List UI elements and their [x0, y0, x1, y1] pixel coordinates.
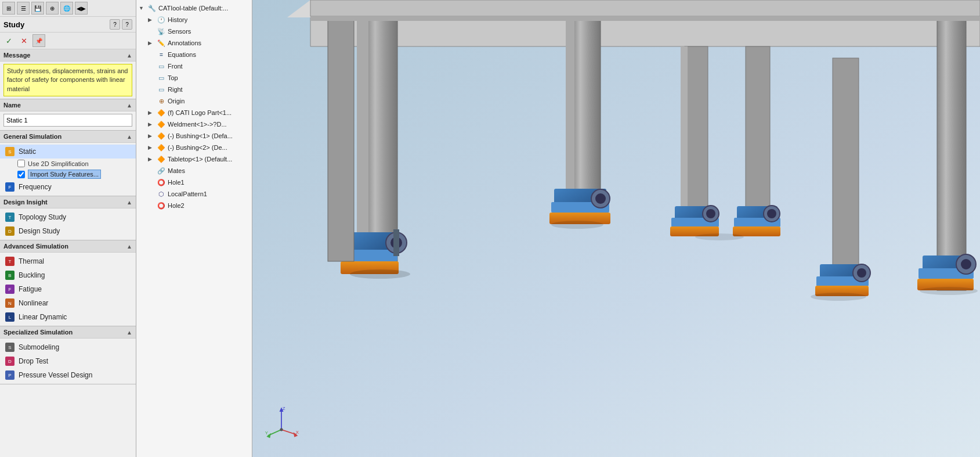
- crosshair-icon[interactable]: ⊕: [46, 2, 59, 15]
- tree-item-cati-logo[interactable]: ▶ 🔶 (f) CATI Logo Part<1...: [136, 107, 252, 118]
- sidebar-item-frequency[interactable]: F Frequency: [0, 180, 136, 194]
- advanced-simulation-section: Advanced Simulation ▲ T Thermal B Buckli…: [0, 240, 136, 326]
- localpattern1-label: LocalPattern1: [168, 190, 207, 197]
- save-icon[interactable]: 💾: [31, 2, 44, 15]
- bushing2-label: (-) Bushing<2> (De...: [168, 144, 227, 151]
- sidebar-item-buckling[interactable]: B Buckling: [0, 268, 136, 282]
- message-text: Study stresses, displacements, strains a…: [7, 67, 128, 92]
- annotations-expand-icon: ▶: [148, 40, 155, 46]
- sidebar-item-fatigue[interactable]: F Fatigue: [0, 282, 136, 296]
- root-label: CATIool-table (Default:...: [158, 5, 228, 12]
- tree-item-origin[interactable]: ⊕ Origin: [136, 95, 252, 107]
- name-section-header[interactable]: Name ▲: [0, 99, 136, 111]
- svg-point-50: [920, 287, 978, 295]
- svg-point-49: [811, 293, 866, 301]
- sidebar-item-design-study[interactable]: D Design Study: [0, 224, 136, 238]
- globe-icon[interactable]: 🌐: [60, 2, 73, 15]
- svg-rect-13: [566, 0, 574, 215]
- name-field-container: [0, 111, 136, 130]
- use2d-row[interactable]: Use 2D Simplification: [0, 159, 136, 168]
- use2d-checkbox[interactable]: [17, 160, 25, 167]
- sidebar-item-submodeling[interactable]: S Submodeling: [0, 340, 136, 354]
- help-button-2[interactable]: ?: [122, 19, 132, 30]
- advanced-simulation-items: T Thermal B Buckling F Fatigue N: [0, 253, 136, 326]
- submodeling-icon: S: [5, 342, 15, 352]
- frequency-icon: F: [5, 182, 15, 192]
- sidebar-item-pressure-vessel[interactable]: P Pressure Vessel Design: [0, 368, 136, 382]
- import-study-row[interactable]: Import Study Features...: [0, 168, 136, 180]
- cancel-button[interactable]: ✕: [17, 34, 30, 47]
- tree-item-tabletop[interactable]: ▶ 🔶 Tabletop<1> (Default...: [136, 153, 252, 165]
- tree-item-hole2[interactable]: ⭕ Hole2: [136, 200, 252, 211]
- tree-item-weldment[interactable]: ▶ 🔶 Weldment<1>->?D...: [136, 118, 252, 130]
- use2d-label: Use 2D Simplification: [28, 160, 89, 167]
- sensors-icon: 📡: [157, 27, 166, 36]
- bushing1-icon: 🔶: [157, 131, 166, 141]
- specialized-simulation-header[interactable]: Specialized Simulation ▲: [0, 326, 136, 339]
- sensors-label: Sensors: [168, 28, 191, 35]
- design-insight-collapse-icon: ▲: [126, 199, 132, 206]
- tree-item-hole1[interactable]: ⭕ Hole1: [136, 177, 252, 188]
- bushing2-icon: 🔶: [157, 143, 166, 152]
- import-study-label: Import Study Features...: [28, 170, 101, 179]
- name-section: Name ▲: [0, 99, 136, 131]
- origin-icon: ⊕: [157, 96, 166, 106]
- sidebar-item-static[interactable]: S Static: [0, 145, 136, 159]
- sidebar-item-nonlinear[interactable]: N Nonlinear: [0, 296, 136, 310]
- sidebar-item-drop-test[interactable]: D Drop Test: [0, 354, 136, 368]
- tree-item-bushing2[interactable]: ▶ 🔶 (-) Bushing<2> (De...: [136, 142, 252, 153]
- grid-icon[interactable]: ⊞: [2, 2, 15, 15]
- design-insight-header[interactable]: Design Insight ▲: [0, 196, 136, 208]
- svg-text:Z: Z: [283, 406, 285, 411]
- tree-item-front[interactable]: ▭ Front: [136, 60, 252, 72]
- hole2-icon: ⭕: [157, 201, 166, 210]
- hole1-icon: ⭕: [157, 178, 166, 187]
- general-simulation-header[interactable]: General Simulation ▲: [0, 131, 136, 143]
- weldment-expand-icon: ▶: [148, 121, 155, 127]
- svg-rect-44: [310, 0, 980, 16]
- fatigue-icon: F: [5, 284, 15, 294]
- design-study-icon: D: [5, 226, 15, 236]
- study-title: Study: [3, 20, 24, 29]
- name-input[interactable]: [3, 114, 132, 127]
- message-section-title: Message: [3, 52, 30, 59]
- name-collapse-icon: ▲: [126, 102, 132, 109]
- svg-point-25: [706, 209, 715, 218]
- topology-icon: T: [5, 212, 15, 222]
- svg-point-43: [857, 268, 866, 278]
- equations-label: Equations: [168, 51, 196, 58]
- general-collapse-icon: ▲: [126, 134, 132, 140]
- pin-button[interactable]: 📌: [32, 34, 45, 47]
- tree-item-mates[interactable]: 🔗 Mates: [136, 165, 252, 177]
- message-section-header[interactable]: Message ▲: [0, 49, 136, 62]
- tree-item-sensors[interactable]: 📡 Sensors: [136, 26, 252, 37]
- svg-rect-12: [572, 0, 601, 215]
- svg-rect-45: [310, 16, 980, 21]
- arrow-icon[interactable]: ◀▶: [75, 2, 88, 15]
- tree-item-annotations[interactable]: ▶ ✏️ Annotations: [136, 37, 252, 49]
- buckling-icon: B: [5, 270, 15, 280]
- design-insight-items: T Topology Study D Design Study: [0, 208, 136, 240]
- tree-item-right[interactable]: ▭ Right: [136, 84, 252, 95]
- help-button-1[interactable]: ?: [110, 19, 120, 30]
- name-section-title: Name: [3, 102, 21, 109]
- tree-item-root[interactable]: ▼ 🔧 CATIool-table (Default:...: [136, 2, 252, 14]
- viewport[interactable]: Z X Y: [252, 0, 980, 457]
- list-icon[interactable]: ☰: [17, 2, 30, 15]
- tree-item-top[interactable]: ▭ Top: [136, 72, 252, 84]
- sidebar-item-linear-dynamic[interactable]: L Linear Dynamic: [0, 310, 136, 324]
- tree-item-bushing1[interactable]: ▶ 🔶 (-) Bushing<1> (Defa...: [136, 130, 252, 142]
- advanced-simulation-header[interactable]: Advanced Simulation ▲: [0, 240, 136, 253]
- tree-item-equations[interactable]: = Equations: [136, 49, 252, 60]
- tree-item-localpattern1[interactable]: ⬡ LocalPattern1: [136, 188, 252, 200]
- buckling-label: Buckling: [19, 271, 45, 279]
- import-study-checkbox[interactable]: [17, 171, 25, 178]
- cati-logo-label: (f) CATI Logo Part<1...: [168, 109, 232, 116]
- ok-button[interactable]: ✓: [2, 34, 15, 47]
- top-toolbar: ⊞ ☰ 💾 ⊕ 🌐 ◀▶: [0, 0, 136, 17]
- sidebar-item-topology[interactable]: T Topology Study: [0, 210, 136, 224]
- sidebar-item-thermal[interactable]: T Thermal: [0, 254, 136, 268]
- front-label: Front: [168, 63, 183, 70]
- tree-item-history[interactable]: ▶ 🕐 History: [136, 14, 252, 26]
- general-simulation-section: General Simulation ▲ S Static Use 2D Sim…: [0, 131, 136, 196]
